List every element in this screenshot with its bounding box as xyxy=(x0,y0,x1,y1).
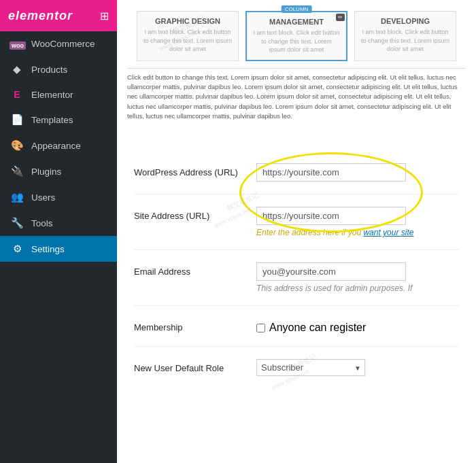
sidebar-item-tools[interactable]: 🔧 Tools xyxy=(0,210,117,236)
settings-row-default-role: New User Default Role Subscriber Editor … xyxy=(134,359,459,388)
sidebar-item-label: Products xyxy=(31,65,67,75)
active-tab-badge: COLUMN xyxy=(282,5,312,13)
col-body: I am text block. Click edit button to ch… xyxy=(252,29,341,54)
settings-input-wrap-email: This address is used for admin purposes.… xyxy=(256,262,459,293)
edit-icon[interactable]: ✏ xyxy=(336,14,345,21)
sidebar-item-elementor[interactable]: E Elementor xyxy=(0,82,117,107)
settings-input-wrap-wordpress xyxy=(256,163,459,182)
settings-label-membership: Membership xyxy=(134,318,256,332)
settings-input-wrap-role: Subscriber Editor Author Contributor Adm… xyxy=(256,359,459,376)
sidebar-item-label: Elementor xyxy=(31,90,73,100)
products-icon: ◆ xyxy=(10,63,24,75)
settings-label-wordpress-address: WordPress Address (URL) xyxy=(134,163,256,177)
settings-label-site-address: Site Address (URL) xyxy=(134,207,256,221)
settings-row-site-address: Site Address (URL) Enter the address her… xyxy=(134,207,459,250)
sidebar-item-products[interactable]: ◆ Products xyxy=(0,56,117,82)
site-address-input[interactable] xyxy=(256,207,406,225)
col-body: I am text block. Click edit button to ch… xyxy=(143,28,233,54)
lorem-paragraph: Click edit button to change this text. L… xyxy=(127,68,466,125)
settings-label-email: Email Address xyxy=(134,262,256,277)
plugins-icon: 🔌 xyxy=(10,165,24,177)
settings-row-email: Email Address This address is used for a… xyxy=(134,262,459,306)
membership-checkbox[interactable] xyxy=(256,324,265,332)
appearance-icon: 🎨 xyxy=(10,139,24,152)
sidebar-item-settings[interactable]: ⚙ Settings xyxy=(0,236,117,262)
main-content: 文本编辑面板空白时 魏艾斯笔记 www.vpsss.net 魏艾斯笔记 www.… xyxy=(117,0,476,463)
email-address-input[interactable] xyxy=(256,262,406,281)
sidebar-item-label: Tools xyxy=(31,218,53,228)
wordpress-address-input[interactable] xyxy=(256,163,406,182)
col-management: COLUMN MANAGEMENT I am text block. Click… xyxy=(245,11,347,61)
membership-label: Anyone can register xyxy=(269,322,366,334)
settings-label-default-role: New User Default Role xyxy=(134,359,256,373)
sidebar-item-appearance[interactable]: 🎨 Appearance xyxy=(0,133,117,158)
settings-input-wrap-site: Enter the address here if you want your … xyxy=(256,207,459,237)
settings-row-membership: Membership Anyone can register xyxy=(134,318,459,347)
site-address-link[interactable]: want your site xyxy=(363,228,413,237)
templates-icon: 📄 xyxy=(10,114,24,126)
tools-icon: 🔧 xyxy=(10,217,24,229)
role-select[interactable]: Subscriber Editor Author Contributor Adm… xyxy=(256,359,365,376)
elementor-logo: elementor xyxy=(8,9,73,23)
settings-area: 魏艾斯笔记 www.vpsss.net WordPress Address (U… xyxy=(117,150,476,463)
woo-badge: woo xyxy=(10,41,26,50)
col-graphic-design: GRAPHIC DESIGN I am text block. Click ed… xyxy=(137,11,239,61)
col-title: MANAGEMENT xyxy=(252,18,341,26)
sidebar-item-plugins[interactable]: 🔌 Plugins xyxy=(0,158,117,184)
sidebar-header: elementor ⊞ xyxy=(0,0,117,31)
sidebar-item-label: Settings xyxy=(31,244,65,254)
membership-checkbox-row: Anyone can register xyxy=(256,318,459,334)
role-select-wrap: Subscriber Editor Author Contributor Adm… xyxy=(256,359,365,376)
col-body: I am text block. Click edit button to ch… xyxy=(360,28,450,54)
columns-row: GRAPHIC DESIGN I am text block. Click ed… xyxy=(127,11,466,61)
elementor-sidebar-icon: E xyxy=(10,89,24,100)
settings-icon: ⚙ xyxy=(10,243,24,255)
sidebar-item-label: Plugins xyxy=(31,167,61,177)
sidebar: elementor ⊞ woo WooCommerce ◆ Products E… xyxy=(0,0,117,463)
site-address-hint: Enter the address here if you want your … xyxy=(256,228,459,237)
editor-preview: 文本编辑面板空白时 魏艾斯笔记 www.vpsss.net 魏艾斯笔记 www.… xyxy=(117,0,476,150)
users-icon: 👥 xyxy=(10,191,24,203)
grid-icon[interactable]: ⊞ xyxy=(100,10,109,22)
sidebar-item-label: Templates xyxy=(31,115,73,125)
sidebar-item-woocommerce[interactable]: woo WooCommerce xyxy=(0,31,117,56)
sidebar-item-label: Appearance xyxy=(31,141,81,151)
col-developing: DEVELOPING I am text block. Click edit b… xyxy=(354,11,456,61)
settings-input-wrap-membership: Anyone can register xyxy=(256,318,459,334)
email-hint: This address is used for admin purposes.… xyxy=(256,284,459,293)
sidebar-item-label: WooCommerce xyxy=(31,39,95,49)
sidebar-item-label: Users xyxy=(31,192,55,203)
col-title: DEVELOPING xyxy=(360,17,450,25)
sidebar-item-users[interactable]: 👥 Users xyxy=(0,184,117,210)
settings-row-wordpress-address: WordPress Address (URL) xyxy=(134,163,459,194)
col-title: GRAPHIC DESIGN xyxy=(143,17,233,25)
sidebar-item-templates[interactable]: 📄 Templates xyxy=(0,107,117,133)
woo-icon: woo xyxy=(10,38,24,50)
